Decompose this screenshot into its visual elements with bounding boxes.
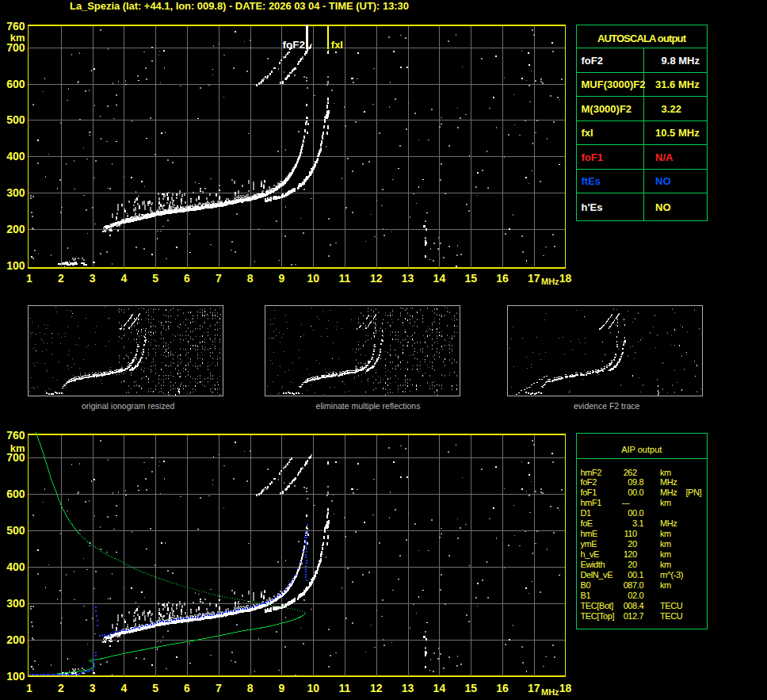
svg-text:km: km (660, 498, 671, 507)
svg-text:1: 1 (26, 682, 32, 694)
svg-text:.1: .1 (637, 518, 644, 528)
svg-text:foF1: foF1 (581, 488, 597, 497)
svg-text:4: 4 (121, 682, 128, 694)
svg-text:Ewidth: Ewidth (581, 560, 605, 569)
svg-text:400: 400 (6, 150, 25, 163)
svg-text:16: 16 (496, 272, 509, 285)
svg-text:8: 8 (247, 682, 254, 694)
svg-text:B1: B1 (581, 591, 591, 600)
svg-text:hmE: hmE (581, 529, 597, 538)
svg-text:760: 760 (6, 429, 25, 442)
svg-text:500: 500 (6, 113, 25, 126)
svg-text:600: 600 (6, 488, 25, 500)
svg-text:12: 12 (370, 272, 383, 285)
svg-text:3.22: 3.22 (662, 103, 681, 115)
svg-text:14: 14 (433, 682, 446, 694)
svg-text:5: 5 (152, 272, 158, 285)
svg-text:9.8 MHz: 9.8 MHz (662, 55, 700, 67)
svg-text:h'Es: h'Es (582, 201, 603, 213)
svg-text:14: 14 (433, 272, 446, 285)
svg-text:TEC[Bot]: TEC[Bot] (581, 601, 614, 610)
svg-text:.4: .4 (637, 601, 644, 610)
svg-text:TEC[Top]: TEC[Top] (581, 611, 615, 621)
svg-text:DelN_vE: DelN_vE (581, 570, 613, 580)
svg-text:300: 300 (6, 186, 25, 199)
svg-text:16: 16 (496, 682, 509, 694)
svg-text:10.5 MHz: 10.5 MHz (655, 127, 700, 139)
svg-text:20: 20 (628, 560, 637, 569)
svg-text:.1: .1 (637, 570, 644, 580)
svg-text:foE: foE (581, 518, 593, 528)
svg-text:15: 15 (464, 682, 477, 694)
svg-text:.0: .0 (637, 580, 644, 590)
svg-text:17: 17 (528, 682, 540, 694)
svg-text:foF2: foF2 (582, 55, 603, 67)
svg-text:13: 13 (402, 682, 414, 694)
svg-text:fxI: fxI (331, 39, 343, 51)
svg-text:TECU: TECU (660, 611, 683, 621)
svg-text:11: 11 (339, 272, 351, 285)
svg-text:NO: NO (655, 201, 671, 213)
svg-text:3: 3 (90, 682, 96, 694)
svg-text:10: 10 (307, 682, 319, 694)
svg-text:km: km (660, 560, 671, 569)
svg-text:7: 7 (216, 682, 222, 694)
svg-text:00: 00 (628, 488, 637, 497)
svg-text:18: 18 (559, 682, 572, 694)
svg-text:B0: B0 (581, 580, 591, 590)
svg-text:3: 3 (90, 272, 96, 285)
svg-text:2: 2 (58, 272, 64, 285)
svg-text:31.6 MHz: 31.6 MHz (655, 78, 700, 90)
svg-text:---: --- (622, 498, 631, 507)
svg-text:12: 12 (370, 682, 383, 694)
svg-text:MHz: MHz (660, 477, 677, 487)
svg-text:6: 6 (184, 682, 190, 694)
svg-text:km: km (660, 468, 671, 477)
svg-text:20: 20 (628, 539, 637, 549)
svg-text:.0: .0 (637, 488, 644, 497)
svg-text:2: 2 (58, 682, 64, 694)
svg-text:17: 17 (528, 272, 540, 285)
svg-text:120: 120 (624, 549, 637, 559)
svg-text:ymE: ymE (581, 539, 597, 549)
svg-text:02: 02 (628, 591, 637, 600)
svg-text:MHz: MHz (541, 277, 559, 286)
svg-text:km: km (660, 539, 671, 549)
svg-text:km: km (10, 32, 25, 44)
svg-text:km: km (10, 442, 25, 454)
svg-text:262: 262 (624, 468, 637, 477)
svg-text:km: km (660, 529, 671, 538)
svg-text:M(3000)F2: M(3000)F2 (582, 103, 632, 115)
svg-text:foF2: foF2 (581, 477, 597, 487)
svg-text:8: 8 (247, 272, 254, 285)
svg-text:h_vE: h_vE (581, 549, 600, 559)
svg-text:100: 100 (6, 670, 25, 683)
svg-text:original ionogram resized: original ionogram resized (82, 401, 174, 411)
svg-text:.8: .8 (637, 477, 644, 487)
svg-text:100: 100 (6, 259, 25, 272)
svg-text:500: 500 (6, 524, 25, 537)
svg-text:N/A: N/A (655, 151, 674, 163)
svg-text:hmF2: hmF2 (581, 468, 602, 477)
svg-text:foF1: foF1 (582, 151, 603, 163)
svg-text:012: 012 (624, 611, 637, 621)
svg-text:MHz: MHz (660, 488, 677, 497)
svg-text:200: 200 (6, 633, 25, 646)
svg-text:evidence F2 trace: evidence F2 trace (574, 401, 640, 411)
svg-text:km: km (660, 580, 671, 590)
svg-text:NO: NO (655, 175, 671, 187)
svg-text:fxI: fxI (582, 127, 593, 139)
svg-text:.0: .0 (637, 508, 644, 518)
svg-text:9: 9 (279, 682, 285, 694)
svg-text:600: 600 (6, 78, 25, 90)
svg-text:La_Spezia (lat: +44.1, lon: 00: La_Spezia (lat: +44.1, lon: 009.8) - DAT… (70, 0, 409, 12)
svg-text:7: 7 (216, 272, 222, 285)
svg-text:11: 11 (339, 682, 351, 694)
svg-text:008: 008 (624, 601, 637, 610)
svg-text:[PN]: [PN] (685, 488, 701, 497)
svg-text:1: 1 (26, 272, 32, 285)
svg-text:10: 10 (307, 272, 319, 285)
svg-text:MUF(3000)F2: MUF(3000)F2 (582, 78, 646, 90)
svg-text:MHz: MHz (660, 518, 677, 528)
svg-text:km: km (660, 549, 671, 559)
